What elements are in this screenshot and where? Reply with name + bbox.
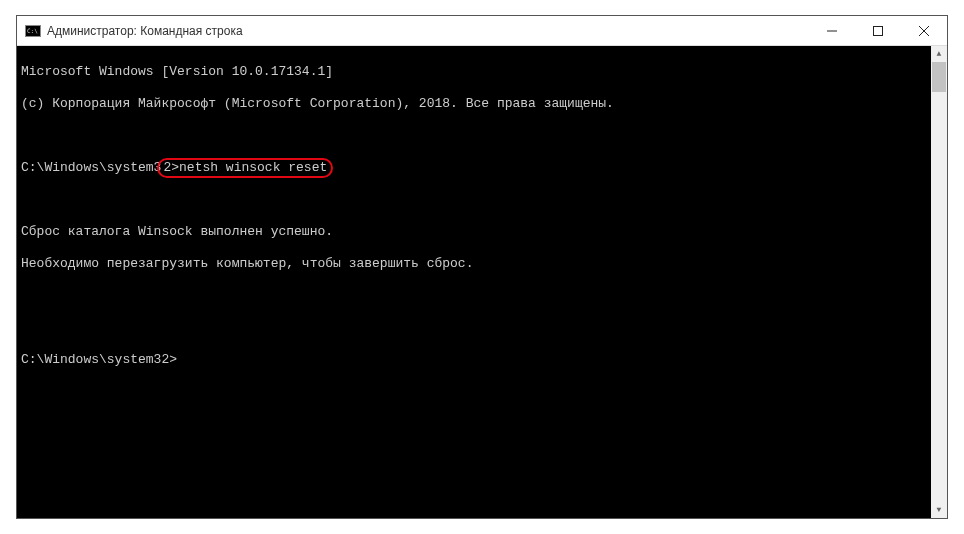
close-button[interactable] (901, 16, 947, 45)
command-prompt-window: Администратор: Командная строка Microsof… (16, 15, 948, 519)
console-blank (21, 192, 943, 208)
console-line: Необходимо перезагрузить компьютер, чтоб… (21, 256, 943, 272)
minimize-button[interactable] (809, 16, 855, 45)
window-controls (809, 16, 947, 45)
prompt-path: C:\Windows\system3 (21, 160, 161, 175)
console-prompt-line: C:\Windows\system32>netsh winsock reset (21, 160, 943, 176)
scroll-thumb[interactable] (932, 62, 946, 92)
console-prompt-line: C:\Windows\system32> (21, 352, 943, 368)
console-line: Microsoft Windows [Version 10.0.17134.1] (21, 64, 943, 80)
console-blank (21, 128, 943, 144)
scroll-up-icon[interactable]: ▲ (931, 46, 947, 62)
highlighted-command: 2>netsh winsock reset (157, 158, 333, 178)
cmd-icon (25, 25, 41, 37)
console-line: Сброс каталога Winsock выполнен успешно. (21, 224, 943, 240)
console-blank (21, 320, 943, 336)
svg-rect-1 (874, 26, 883, 35)
console-line: (c) Корпорация Майкрософт (Microsoft Cor… (21, 96, 943, 112)
console-blank (21, 288, 943, 304)
maximize-button[interactable] (855, 16, 901, 45)
vertical-scrollbar[interactable]: ▲ ▼ (931, 46, 947, 518)
titlebar[interactable]: Администратор: Командная строка (17, 16, 947, 46)
console-output[interactable]: Microsoft Windows [Version 10.0.17134.1]… (17, 46, 947, 518)
window-title: Администратор: Командная строка (47, 24, 243, 38)
scroll-down-icon[interactable]: ▼ (931, 502, 947, 518)
